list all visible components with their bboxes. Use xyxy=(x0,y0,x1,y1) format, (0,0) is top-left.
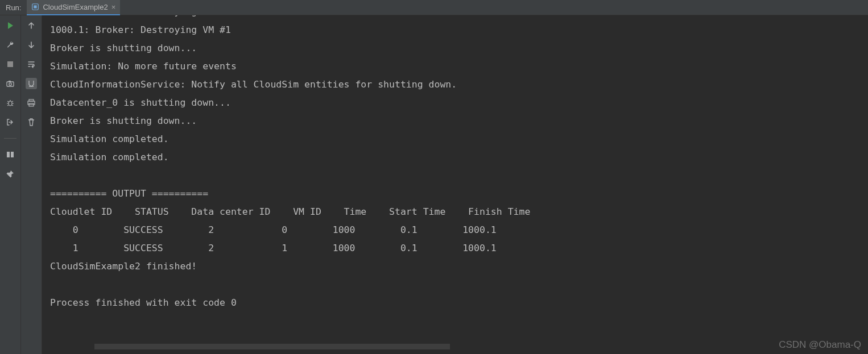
console-output: 1000.1: Broker: Destroying VM #0 1000.1:… xyxy=(50,15,862,312)
exit-icon[interactable] xyxy=(5,116,16,128)
wrench-icon[interactable] xyxy=(5,39,16,51)
soft-wrap-icon[interactable] xyxy=(26,59,37,70)
console-panel: 1000.1: Broker: Destroying VM #0 1000.1:… xyxy=(42,15,868,354)
tab-label: CloudSimExample2 xyxy=(43,3,108,11)
arrow-down-icon[interactable] xyxy=(26,39,37,51)
print-icon[interactable] xyxy=(26,97,37,109)
run-tab-cloudsimexample2[interactable]: CloudSimExample2 × xyxy=(27,0,120,15)
application-icon xyxy=(31,3,39,11)
camera-icon[interactable] xyxy=(5,78,16,89)
console-actions-gutter xyxy=(21,15,42,354)
svg-rect-8 xyxy=(11,152,14,157)
run-icon[interactable] xyxy=(5,20,16,31)
svg-rect-5 xyxy=(9,81,11,82)
svg-rect-1 xyxy=(34,5,37,8)
stop-icon[interactable] xyxy=(5,59,16,70)
close-icon[interactable]: × xyxy=(111,3,116,11)
pin-icon[interactable] xyxy=(5,168,16,180)
scroll-to-end-icon[interactable] xyxy=(26,78,37,89)
debug-icon[interactable] xyxy=(5,97,16,109)
run-actions-gutter xyxy=(0,15,21,354)
trash-icon[interactable] xyxy=(26,116,37,128)
console-viewport[interactable]: 1000.1: Broker: Destroying VM #0 1000.1:… xyxy=(42,15,868,354)
run-tool-window-body: 1000.1: Broker: Destroying VM #0 1000.1:… xyxy=(0,15,868,354)
svg-rect-7 xyxy=(7,152,10,157)
divider xyxy=(4,138,16,139)
svg-point-4 xyxy=(9,83,11,85)
svg-rect-2 xyxy=(7,61,13,67)
horizontal-scrollbar[interactable] xyxy=(94,344,450,349)
svg-point-6 xyxy=(9,101,12,106)
run-tab-bar: Run: CloudSimExample2 × xyxy=(0,0,868,15)
arrow-up-icon[interactable] xyxy=(26,20,37,31)
layout-icon[interactable] xyxy=(5,149,16,160)
run-label: Run: xyxy=(0,3,27,12)
